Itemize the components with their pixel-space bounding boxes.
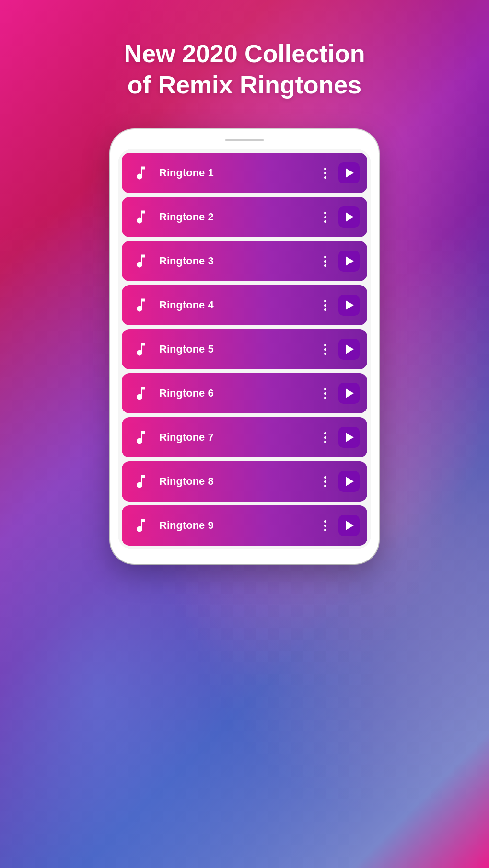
ringtone-item-7[interactable]: Ringtone 7 [122,417,367,457]
play-icon [346,433,354,442]
play-button[interactable] [338,515,360,536]
dot-2 [324,525,326,527]
ringtone-name: Ringtone 9 [159,519,316,532]
dot-2 [324,216,326,218]
ringtone-name: Ringtone 3 [159,255,316,267]
music-icon-wrap [129,514,152,537]
play-button[interactable] [338,471,360,492]
dot-2 [324,304,326,307]
music-icon-wrap [129,250,152,273]
dot-1 [324,476,326,479]
music-icon-wrap [129,294,152,317]
ringtone-item-3[interactable]: Ringtone 3 [122,241,367,281]
phone-frame: Ringtone 1 Ringtone 2 [110,129,379,564]
more-options-button[interactable] [316,341,334,358]
dot-2 [324,348,326,351]
ringtone-list: Ringtone 1 Ringtone 2 [122,153,367,546]
play-icon [346,212,354,222]
dot-3 [324,264,326,267]
music-note-icon [132,297,150,314]
dot-1 [324,520,326,523]
ringtone-name: Ringtone 7 [159,431,316,444]
ringtone-name: Ringtone 4 [159,299,316,311]
music-note-icon [132,517,150,534]
more-options-button[interactable] [316,252,334,270]
more-options-button[interactable] [316,164,334,182]
play-icon [346,168,354,178]
ringtone-name: Ringtone 5 [159,343,316,355]
dot-3 [324,529,326,531]
play-icon [346,344,354,354]
page-title-section: New 2020 Collection of Remix Ringtones [0,0,489,120]
music-icon-wrap [129,426,152,449]
more-options-button[interactable] [316,429,334,446]
dot-2 [324,392,326,395]
music-icon-wrap [129,382,152,405]
dot-1 [324,344,326,346]
ringtone-item-6[interactable]: Ringtone 6 [122,373,367,413]
music-note-icon [132,208,150,226]
ringtone-name: Ringtone 6 [159,387,316,400]
music-note-icon [132,252,150,270]
play-icon [346,388,354,398]
dot-3 [324,220,326,223]
play-button[interactable] [338,206,360,228]
phone-notch [225,139,264,141]
play-button[interactable] [338,251,360,272]
play-button[interactable] [338,427,360,448]
dot-2 [324,172,326,174]
dot-2 [324,480,326,483]
dot-1 [324,168,326,170]
page-title: New 2020 Collection of Remix Ringtones [29,38,460,101]
dot-2 [324,260,326,263]
more-options-button[interactable] [316,473,334,490]
music-note-icon [132,341,150,358]
music-note-icon [132,385,150,402]
ringtone-item-5[interactable]: Ringtone 5 [122,329,367,369]
ringtone-name: Ringtone 8 [159,475,316,488]
ringtone-name: Ringtone 1 [159,167,316,179]
music-icon-wrap [129,470,152,493]
music-icon-wrap [129,338,152,361]
dot-1 [324,212,326,214]
ringtone-name: Ringtone 2 [159,211,316,223]
phone-wrapper: Ringtone 1 Ringtone 2 [0,129,489,564]
dot-3 [324,176,326,179]
play-button[interactable] [338,295,360,316]
ringtone-item-1[interactable]: Ringtone 1 [122,153,367,193]
dot-3 [324,353,326,355]
dot-3 [324,308,326,311]
play-button[interactable] [338,339,360,360]
dot-3 [324,397,326,399]
ringtone-item-2[interactable]: Ringtone 2 [122,197,367,237]
dot-1 [324,432,326,434]
dot-1 [324,256,326,258]
play-icon [346,477,354,486]
music-note-icon [132,473,150,490]
ringtone-item-8[interactable]: Ringtone 8 [122,461,367,502]
music-note-icon [132,164,150,182]
play-button[interactable] [338,383,360,404]
more-options-button[interactable] [316,208,334,226]
more-options-button[interactable] [316,517,334,534]
dot-3 [324,441,326,443]
phone-screen: Ringtone 1 Ringtone 2 [118,149,371,549]
play-icon [346,300,354,310]
dot-1 [324,300,326,302]
music-icon-wrap [129,161,152,184]
music-note-icon [132,429,150,446]
dot-1 [324,388,326,390]
more-options-button[interactable] [316,297,334,314]
dot-3 [324,485,326,487]
dot-2 [324,436,326,439]
ringtone-item-4[interactable]: Ringtone 4 [122,285,367,325]
play-button[interactable] [338,162,360,183]
play-icon [346,256,354,266]
ringtone-item-9[interactable]: Ringtone 9 [122,505,367,546]
play-icon [346,521,354,530]
music-icon-wrap [129,206,152,228]
more-options-button[interactable] [316,385,334,402]
